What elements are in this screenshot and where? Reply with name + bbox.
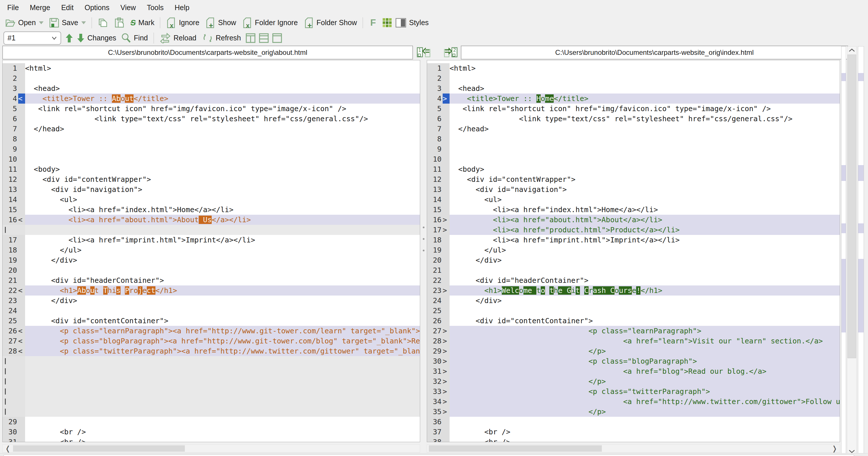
menu-merge[interactable]: Merge [24,0,56,15]
scroll-right-arrow[interactable]: ❭ [832,445,837,452]
menu-edit[interactable]: Edit [56,0,79,15]
code-line: 2 [3,73,420,83]
code-line: 14 <ul> [427,195,840,205]
vscroll-thumb[interactable] [847,55,856,358]
vertical-scrollbar[interactable] [847,46,857,455]
next-change-button[interactable]: Changes [75,31,118,45]
diff-location-band[interactable] [841,165,846,181]
code-line: 33> <p class="twitterParagraph"> [427,387,840,397]
diff-location-band[interactable] [858,73,864,81]
open-button[interactable]: Open [2,16,46,29]
styles-button[interactable]: Styles [394,16,431,29]
scroll-left-arrow[interactable]: ❬ [5,445,11,452]
right-file-path-header: C:\Users\brunobrito\Documents\carparts-w… [461,46,848,59]
code-line: 21 <div id="headerContainer"> [3,275,420,285]
code-line: 32> </p> [427,376,840,387]
code-line: 6 <link type="text/css" rel="stylesheet"… [427,114,840,124]
grid-view-button[interactable] [380,16,394,29]
save-label: Save [62,19,78,27]
folder-ignore-button[interactable]: x Folder Ignore [239,16,301,29]
scroll-up-arrow[interactable] [849,48,855,52]
right-hscroll-thumb[interactable] [429,445,602,452]
right-file-path: C:\Users\brunobrito\Documents\carparts-w… [555,49,753,57]
code-line: 31> <a href="blog">Read our blog.</a> [427,366,840,376]
toolbar-separator [160,17,160,28]
code-line: 28< <p class="twitterParagraph"><a href=… [3,346,420,356]
mark-label: Mark [138,19,155,27]
reload-button[interactable]: Reload [157,31,199,45]
diff-location-band[interactable] [841,73,846,81]
find-button[interactable]: Find [118,31,151,45]
vertical-split-icon [245,33,256,43]
ignore-button[interactable]: x Ignore [163,16,202,29]
find-label: Find [134,34,148,42]
menu-view[interactable]: View [115,0,141,15]
code-line: 15 <li><a href="index.html">Home</a></li… [3,205,420,215]
code-line: 27< <p class="blogParagraph"><a href="ht… [3,336,420,346]
folder-show-label: Folder Show [317,19,357,27]
grid-icon [382,18,393,28]
copy-to-left-button[interactable]: 1 [416,47,431,58]
pane-splitter[interactable] [420,60,427,442]
code-line: 28> <a href="learn">Visit our "learn" se… [427,336,840,346]
diff-location-band[interactable] [858,165,864,181]
location-pane-left-map[interactable] [841,46,846,455]
menu-file[interactable]: File [2,0,24,15]
open-dropdown-caret[interactable] [39,21,43,24]
left-hscroll-thumb[interactable] [13,445,185,452]
toolbar-separator [91,17,92,28]
save-dropdown-caret[interactable] [81,21,86,24]
ghost-line [3,356,420,366]
layout-vertical-split-button[interactable] [244,31,257,45]
mark-button[interactable]: S Mark [127,16,157,29]
diff-location-band[interactable] [858,259,864,333]
right-horizontal-scrollbar[interactable]: ❭ [427,445,840,453]
filter-button[interactable]: F [366,16,381,29]
diff-location-band[interactable] [841,259,846,333]
toolbar-separator [363,17,363,28]
code-line: 19 </div> [3,255,420,265]
toolbar-separator [153,33,154,44]
code-line: 24 </div> [427,295,840,306]
layout-single-pane-button[interactable] [271,31,284,45]
code-line: 37 <br /> [427,427,840,437]
code-line: 12 <div id="contentWrapper"> [3,174,420,184]
save-button[interactable]: Save [46,16,89,29]
paste-button[interactable] [111,16,127,29]
paste-icon [114,17,125,28]
code-line: 29 [3,417,420,427]
right-code-pane[interactable]: 1<html>23 <head>4> <title>Tower :: Home<… [427,60,840,442]
code-line: 17> <li><a href="product.html">Product</… [427,225,840,235]
copy-button[interactable] [95,16,111,29]
layout-horizontal-split-button[interactable] [257,31,271,45]
folder-show-button[interactable]: + Folder Show [301,16,360,29]
menu-options[interactable]: Options [79,0,115,15]
menu-help[interactable]: Help [169,0,195,15]
code-line: 1<html> [427,63,840,73]
splitter-grip-dot [423,227,425,228]
prev-change-button[interactable] [63,31,75,45]
left-horizontal-scrollbar[interactable]: ❬ [2,445,420,453]
refresh-button[interactable]: Refresh [199,31,244,45]
code-line: 8 [3,134,420,144]
refresh-icon [202,33,213,43]
main-toolbar: Open Save S Mark x [0,15,868,30]
code-line: 11 <body> [3,164,420,174]
code-line: 5 <link rel="shortcut icon" href="img/fa… [427,104,840,114]
diff-location-band[interactable] [841,223,846,233]
svg-text:2: 2 [453,48,456,53]
diff-selector-combobox[interactable]: #1 [3,31,61,45]
splitter-grip-dot [423,250,425,251]
svg-text:x: x [246,22,250,28]
chevron-down-icon [51,36,57,40]
show-button[interactable]: + Show [202,16,239,29]
splitter-grip-dot [423,238,425,240]
location-pane-right-map[interactable] [858,46,864,455]
copy-to-right-button[interactable]: 2 [443,47,458,58]
left-code-pane[interactable]: 1<html>23 <head>4< <title>Tower :: About… [2,60,420,442]
ghost-line [3,407,420,417]
code-line: 6 <link type="text/css" rel="stylesheet"… [3,114,420,124]
diff-location-band[interactable] [858,223,864,233]
scroll-down-arrow[interactable] [849,449,855,453]
menu-tools[interactable]: Tools [141,0,169,15]
